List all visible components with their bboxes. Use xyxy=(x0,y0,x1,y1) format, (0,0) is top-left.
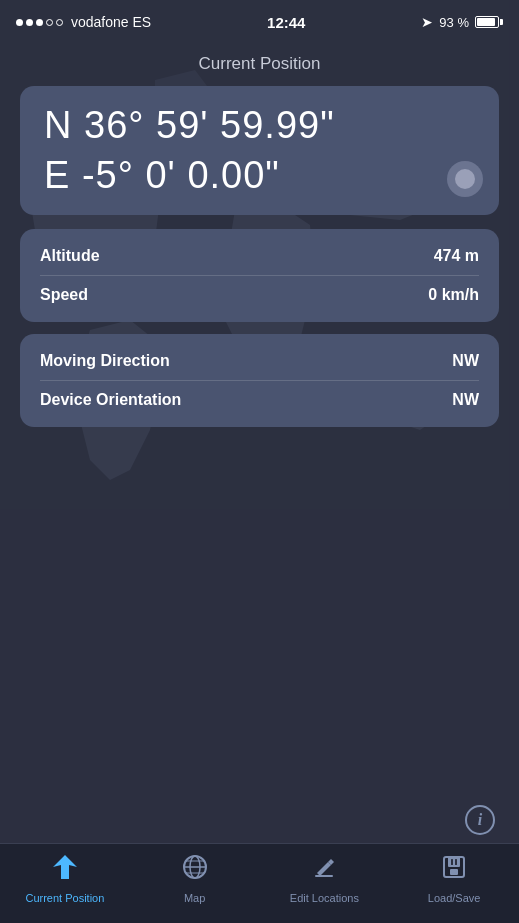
tab-current-position[interactable]: Current Position xyxy=(0,844,130,923)
edit-locations-icon xyxy=(310,853,338,888)
section-title: Current Position xyxy=(20,40,499,86)
svg-rect-10 xyxy=(451,859,453,865)
nav-arrow-icon: ➤ xyxy=(421,14,433,30)
tab-bar: Current Position Map Edit Locations xyxy=(0,843,519,923)
longitude-display: E -5° 0' 0.00" xyxy=(44,154,479,198)
signal-dot-5 xyxy=(56,19,63,26)
speed-label: Speed xyxy=(40,286,88,304)
svg-rect-6 xyxy=(315,875,333,877)
tab-load-save[interactable]: Load/Save xyxy=(389,844,519,923)
direction-orientation-card: Moving Direction NW Device Orientation N… xyxy=(20,334,499,427)
device-orientation-label: Device Orientation xyxy=(40,391,181,409)
tab-edit-locations-label: Edit Locations xyxy=(290,892,359,905)
battery-icon xyxy=(475,16,503,28)
battery-percentage: 93 % xyxy=(439,15,469,30)
svg-marker-0 xyxy=(53,855,77,879)
moving-direction-row: Moving Direction NW xyxy=(40,348,479,374)
signal-dots xyxy=(16,19,63,26)
altitude-label: Altitude xyxy=(40,247,100,265)
svg-rect-9 xyxy=(450,869,458,875)
tab-edit-locations[interactable]: Edit Locations xyxy=(260,844,390,923)
altitude-speed-card: Altitude 474 m Speed 0 km/h xyxy=(20,229,499,322)
status-battery-area: ➤ 93 % xyxy=(421,14,503,30)
signal-dot-4 xyxy=(46,19,53,26)
tab-current-position-label: Current Position xyxy=(25,892,104,905)
stat-divider-2 xyxy=(40,380,479,381)
svg-rect-11 xyxy=(455,859,457,865)
signal-dot-3 xyxy=(36,19,43,26)
load-save-icon xyxy=(440,853,468,888)
status-time: 12:44 xyxy=(267,14,305,31)
main-content: Current Position N 36° 59' 59.99" E -5° … xyxy=(0,40,519,427)
signal-dot-2 xyxy=(26,19,33,26)
device-orientation-value: NW xyxy=(452,391,479,409)
svg-rect-8 xyxy=(448,857,460,867)
moving-direction-label: Moving Direction xyxy=(40,352,170,370)
latitude-display: N 36° 59' 59.99" xyxy=(44,104,479,148)
map-icon xyxy=(181,853,209,888)
tab-load-save-label: Load/Save xyxy=(428,892,481,905)
carrier-name: vodafone ES xyxy=(71,14,151,30)
altitude-value: 474 m xyxy=(434,247,479,265)
tab-map[interactable]: Map xyxy=(130,844,260,923)
signal-dot-1 xyxy=(16,19,23,26)
current-position-icon xyxy=(51,853,79,888)
moving-direction-value: NW xyxy=(452,352,479,370)
stat-divider-1 xyxy=(40,275,479,276)
status-bar: vodafone ES 12:44 ➤ 93 % xyxy=(0,0,519,40)
tab-map-label: Map xyxy=(184,892,205,905)
altitude-row: Altitude 474 m xyxy=(40,243,479,269)
coordinates-card: N 36° 59' 59.99" E -5° 0' 0.00" xyxy=(20,86,499,215)
info-icon: i xyxy=(478,811,482,829)
info-button[interactable]: i xyxy=(465,805,495,835)
speed-value: 0 km/h xyxy=(428,286,479,304)
status-carrier: vodafone ES xyxy=(16,14,151,30)
device-orientation-row: Device Orientation NW xyxy=(40,387,479,413)
speed-row: Speed 0 km/h xyxy=(40,282,479,308)
toggle-inner-circle xyxy=(455,169,475,189)
